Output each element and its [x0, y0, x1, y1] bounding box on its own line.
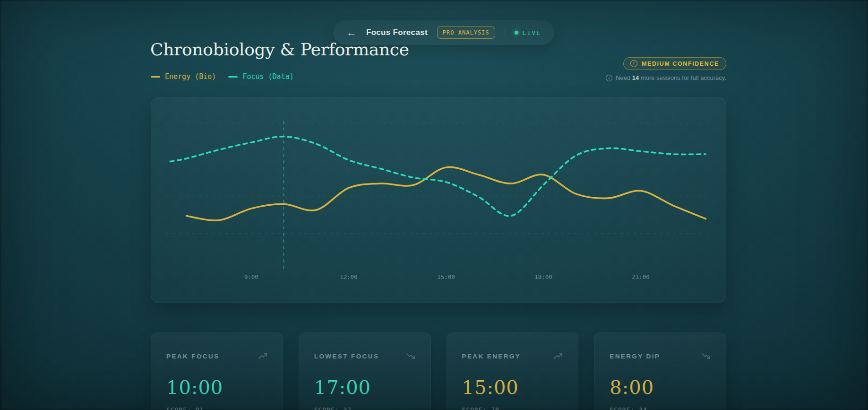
confidence-note-text: Need 14 more sessions for full accuracy. [616, 74, 726, 81]
stat-card-label: PEAK FOCUS [166, 353, 220, 360]
legend-item-energy-bio-: Energy (Bio) [151, 72, 216, 81]
x-axis-tick: 21:00 [632, 273, 649, 280]
stat-card-label: PEAK ENERGY [462, 353, 521, 360]
stat-card-score: SCORE: 34 [610, 406, 711, 410]
stat-card-peak-focus: PEAK FOCUS 10:00 SCORE: 91 [151, 332, 283, 410]
stat-card-time: 15:00 [462, 376, 563, 398]
trend-up-icon [258, 352, 267, 360]
legend-item-focus-data-: Focus (Data) [228, 72, 293, 81]
back-button[interactable]: ← [346, 27, 357, 38]
pro-analysis-badge: PRO ANALYSIS [437, 26, 495, 39]
legend-label: Focus (Data) [242, 72, 293, 81]
alert-circle-icon: ! [630, 60, 637, 67]
trend-down-icon [701, 352, 711, 360]
confidence-badge: ! MEDIUM CONFIDENCE [623, 57, 726, 70]
stat-card-label: ENERGY DIP [610, 353, 660, 360]
stat-card-time: 8:00 [610, 376, 711, 398]
confidence-badge-label: MEDIUM CONFIDENCE [642, 61, 719, 67]
trend-down-icon [406, 352, 415, 360]
x-axis-tick: 9:00 [244, 273, 258, 280]
legend-swatch-icon [228, 76, 238, 78]
stat-card-energy-dip: ENERGY DIP 8:00 SCORE: 34 [594, 332, 726, 410]
info-circle-icon: i [606, 75, 612, 81]
series-line-focus [170, 137, 705, 216]
live-dot-icon [515, 31, 518, 35]
topbar-divider [505, 27, 505, 38]
stat-card-lowest-focus: LOWEST FOCUS 17:00 SCORE: 37 [299, 332, 431, 410]
confidence-note: i Need 14 more sessions for full accurac… [606, 74, 726, 81]
x-axis-tick: 18:00 [534, 273, 552, 280]
stat-card-time: 10:00 [166, 376, 267, 398]
legend-label: Energy (Bio) [165, 72, 216, 81]
stat-card-label: LOWEST FOCUS [314, 353, 379, 360]
page-title: Chronobiology & Performance [150, 40, 409, 59]
legend-swatch-icon [151, 76, 160, 78]
stat-card-score: SCORE: 91 [166, 406, 267, 410]
arrow-left-icon: ← [346, 27, 357, 38]
window-title: Focus Forecast [366, 28, 428, 37]
stat-card-peak-energy: PEAK ENERGY 15:00 SCORE: 70 [447, 332, 579, 410]
forecast-chart-panel: 9:0012:0015:0018:0021:00 [151, 97, 726, 303]
confidence-block: ! MEDIUM CONFIDENCE i Need 14 more sessi… [606, 57, 726, 81]
stat-card-time: 17:00 [314, 376, 415, 398]
trend-up-icon [553, 352, 563, 360]
x-axis-tick: 15:00 [437, 273, 455, 280]
stat-card-score: SCORE: 70 [462, 406, 563, 410]
stat-cards-row: PEAK FOCUS 10:00 SCORE: 91 LOWEST FOCUS … [151, 332, 726, 410]
chart-legend: Energy (Bio)Focus (Data) [151, 72, 294, 81]
stat-card-score: SCORE: 37 [314, 406, 415, 410]
x-axis-tick: 12:00 [340, 273, 357, 280]
series-line-energy [186, 167, 705, 220]
forecast-line-chart: 9:0012:0015:0018:0021:00 [151, 97, 726, 303]
live-label: LIVE [523, 29, 541, 36]
live-indicator: LIVE [515, 29, 541, 36]
